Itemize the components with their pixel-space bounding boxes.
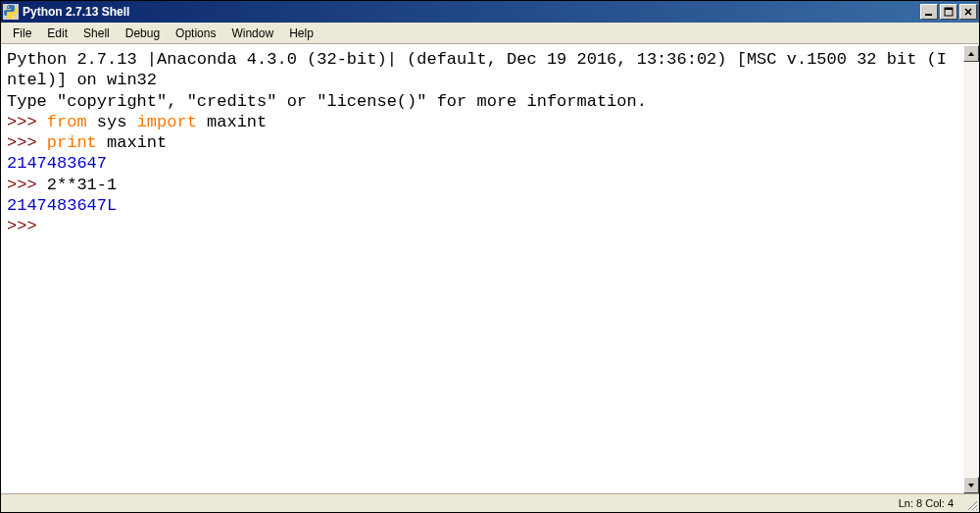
svg-line-11 bbox=[976, 509, 977, 510]
prompt: >>> bbox=[7, 133, 47, 152]
output-line: 2147483647 bbox=[7, 154, 107, 173]
svg-point-2 bbox=[13, 16, 14, 17]
shell-editor[interactable]: Python 2.7.13 |Anaconda 4.3.0 (32-bit)| … bbox=[1, 45, 962, 493]
keyword: import bbox=[137, 113, 197, 131]
output-line: 2147483647L bbox=[7, 196, 117, 215]
code-text: 2**31-1 bbox=[47, 176, 117, 194]
vertical-scrollbar[interactable] bbox=[962, 45, 979, 493]
scroll-down-button[interactable] bbox=[963, 477, 979, 493]
window-title: Python 2.7.13 Shell bbox=[23, 5, 920, 19]
svg-point-1 bbox=[8, 6, 9, 7]
prompt: >>> bbox=[7, 113, 47, 131]
close-button[interactable] bbox=[959, 4, 977, 20]
menu-shell[interactable]: Shell bbox=[75, 25, 118, 42]
menu-edit[interactable]: Edit bbox=[39, 25, 75, 42]
code-text: maxint bbox=[97, 133, 167, 152]
menu-help[interactable]: Help bbox=[281, 25, 321, 42]
svg-rect-5 bbox=[945, 8, 953, 10]
content-area: Python 2.7.13 |Anaconda 4.3.0 (32-bit)| … bbox=[1, 44, 979, 493]
scroll-track[interactable] bbox=[963, 62, 979, 477]
banner-line: Python 2.7.13 |Anaconda 4.3.0 (32-bit)| … bbox=[7, 50, 947, 89]
keyword: print bbox=[47, 133, 97, 152]
python-icon bbox=[3, 4, 19, 20]
menubar: File Edit Shell Debug Options Window Hel… bbox=[1, 23, 979, 44]
menu-options[interactable]: Options bbox=[168, 25, 223, 42]
prompt: >>> bbox=[7, 176, 47, 194]
statusbar: Ln: 8 Col: 4 bbox=[1, 493, 979, 512]
code-text: maxint bbox=[197, 113, 267, 131]
col-value: 4 bbox=[948, 497, 954, 509]
menu-debug[interactable]: Debug bbox=[118, 25, 168, 42]
cursor-position: Ln: 8 Col: 4 bbox=[893, 497, 959, 509]
menu-window[interactable]: Window bbox=[223, 25, 281, 42]
col-label: Col: bbox=[922, 497, 948, 509]
maximize-button[interactable] bbox=[940, 4, 957, 20]
svg-rect-3 bbox=[925, 14, 932, 16]
window-controls bbox=[920, 4, 977, 20]
titlebar: Python 2.7.13 Shell bbox=[1, 1, 979, 23]
menu-file[interactable]: File bbox=[5, 25, 39, 42]
code-text: sys bbox=[87, 113, 137, 131]
line-label: Ln: bbox=[899, 497, 916, 509]
minimize-button[interactable] bbox=[920, 4, 938, 20]
keyword: from bbox=[47, 113, 87, 131]
resize-grip-icon[interactable] bbox=[964, 497, 978, 511]
banner-line: Type "copyright", "credits" or "license(… bbox=[7, 92, 647, 111]
scroll-up-button[interactable] bbox=[963, 45, 979, 62]
prompt: >>> bbox=[7, 217, 47, 235]
